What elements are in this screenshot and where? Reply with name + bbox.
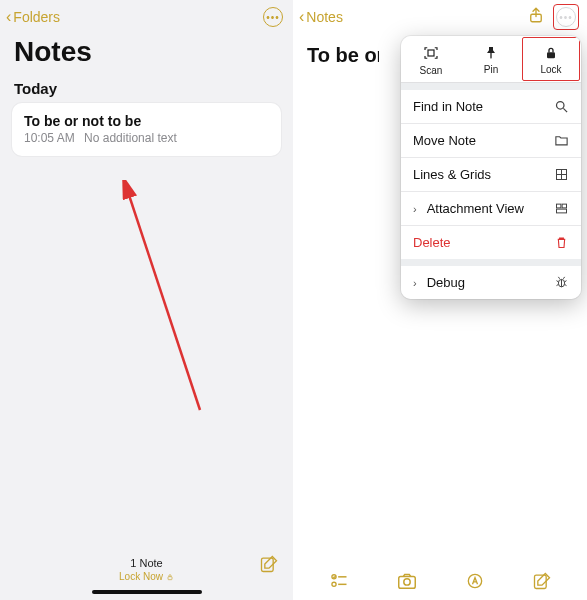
svg-line-7 xyxy=(563,108,567,112)
scan-icon xyxy=(422,44,440,62)
lock-action[interactable]: Lock xyxy=(521,36,581,82)
scan-action[interactable]: Scan xyxy=(401,36,461,82)
more-options-button[interactable]: ••• xyxy=(553,4,579,30)
back-label: Folders xyxy=(13,9,60,25)
annotation-arrow-icon xyxy=(120,180,210,420)
camera-icon xyxy=(396,570,418,592)
back-to-notes[interactable]: ‹ Notes xyxy=(299,9,343,25)
svg-point-18 xyxy=(331,582,335,586)
note-snippet: No additional text xyxy=(84,131,177,145)
checklist-button[interactable] xyxy=(329,571,349,591)
find-in-note-item[interactable]: Find in Note xyxy=(401,90,581,123)
svg-rect-11 xyxy=(557,204,561,208)
folder-icon xyxy=(554,133,569,148)
camera-button[interactable] xyxy=(396,570,418,592)
home-indicator xyxy=(92,590,202,594)
chevron-right-icon: › xyxy=(413,203,417,215)
page-title: Notes xyxy=(0,28,293,74)
lock-icon xyxy=(166,573,174,581)
note-meta: 10:05 AM No additional text xyxy=(24,131,269,145)
footer: 1 Note Lock Now xyxy=(0,557,293,594)
chevron-left-icon: ‹ xyxy=(6,9,11,25)
more-options-icon[interactable]: ••• xyxy=(263,7,283,27)
attachment-view-item[interactable]: › Attachment View xyxy=(401,191,581,225)
trash-icon xyxy=(554,235,569,250)
editor-toolbar xyxy=(293,570,587,592)
context-menu-popover: Scan Pin Lock xyxy=(401,36,581,299)
svg-rect-13 xyxy=(557,209,567,213)
section-today-label: Today xyxy=(0,74,293,103)
search-icon xyxy=(554,99,569,114)
top-actions-row: Scan Pin Lock xyxy=(401,36,581,83)
grid-icon xyxy=(554,167,569,182)
checklist-icon xyxy=(329,571,349,591)
pin-action[interactable]: Pin xyxy=(461,36,521,82)
bug-icon xyxy=(554,275,569,290)
pin-icon xyxy=(483,45,499,61)
note-title: To be or xyxy=(293,28,379,67)
note-row[interactable]: To be or not to be 10:05 AM No additiona… xyxy=(12,103,281,156)
back-label: Notes xyxy=(306,9,343,25)
share-icon xyxy=(527,6,545,24)
debug-item[interactable]: › Debug xyxy=(401,266,581,299)
svg-rect-5 xyxy=(547,52,555,58)
compose-icon xyxy=(532,571,552,591)
share-button[interactable] xyxy=(527,6,545,28)
more-options-icon: ••• xyxy=(556,7,576,27)
attachment-icon xyxy=(554,201,569,216)
svg-line-0 xyxy=(126,186,200,410)
compose-button[interactable] xyxy=(532,571,552,591)
lock-icon xyxy=(543,45,559,61)
svg-point-6 xyxy=(557,102,565,110)
note-title: To be or not to be xyxy=(24,113,269,129)
svg-point-21 xyxy=(403,579,409,585)
header: ‹ Notes ••• xyxy=(293,0,587,28)
move-note-item[interactable]: Move Note xyxy=(401,123,581,157)
lock-now-button[interactable]: Lock Now xyxy=(119,571,174,582)
notes-list-screen: ‹ Folders ••• Notes Today To be or not t… xyxy=(0,0,293,600)
chevron-right-icon: › xyxy=(413,277,417,289)
delete-item[interactable]: Delete xyxy=(401,225,581,259)
svg-rect-12 xyxy=(562,204,566,208)
lines-grids-item[interactable]: Lines & Grids xyxy=(401,157,581,191)
note-count: 1 Note xyxy=(130,557,162,569)
svg-rect-2 xyxy=(168,576,172,579)
chevron-left-icon: ‹ xyxy=(299,9,304,25)
note-detail-screen: ‹ Notes ••• To be or xyxy=(293,0,587,600)
markup-icon xyxy=(465,571,485,591)
note-time: 10:05 AM xyxy=(24,131,75,145)
svg-rect-4 xyxy=(428,50,434,56)
markup-button[interactable] xyxy=(465,571,485,591)
back-to-folders[interactable]: ‹ Folders xyxy=(6,9,60,25)
header: ‹ Folders ••• xyxy=(0,0,293,28)
